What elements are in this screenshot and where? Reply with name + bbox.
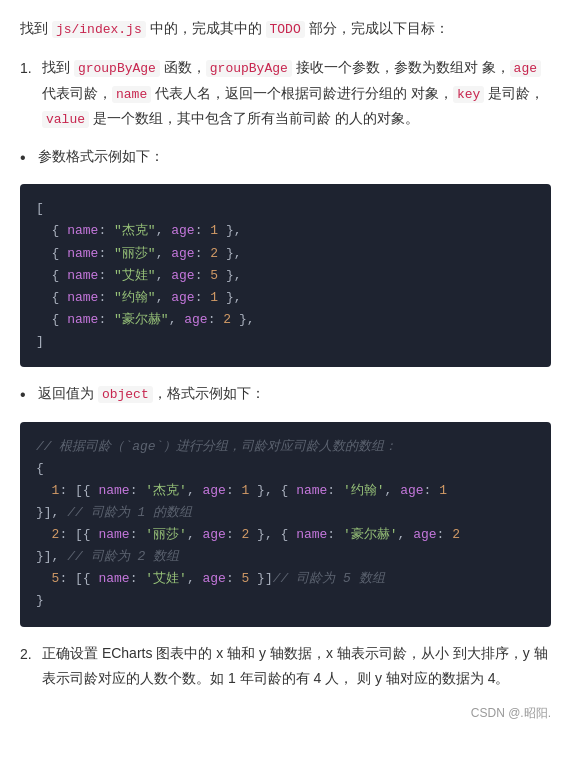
- bullet-dot-2: •: [20, 381, 38, 410]
- file-path: js/index.js: [52, 21, 146, 38]
- key-param: key: [453, 86, 484, 103]
- task-number-1: 1.: [20, 55, 42, 81]
- task-content-1: 找到 groupByAge 函数，groupByAge 接收一个参数，参数为数组…: [42, 55, 551, 131]
- return-type: object: [98, 386, 153, 403]
- name-param: name: [112, 86, 151, 103]
- footer-text: CSDN @.昭阳.: [471, 706, 551, 720]
- value-param: value: [42, 111, 89, 128]
- task-content-2: 正确设置 ECharts 图表中的 x 轴和 y 轴数据，x 轴表示司龄，从小 …: [42, 641, 551, 691]
- age-param: age: [510, 60, 541, 77]
- intro-line: 找到 js/index.js 中的，完成其中的 TODO 部分，完成以下目标：: [20, 16, 551, 41]
- bullet-dot-1: •: [20, 144, 38, 173]
- bullet-content-1: 参数格式示例如下：: [38, 144, 551, 169]
- todo-code: TODO: [266, 21, 305, 38]
- task-item-2: 2. 正确设置 ECharts 图表中的 x 轴和 y 轴数据，x 轴表示司龄，…: [20, 641, 551, 691]
- func-name-2: groupByAge: [206, 60, 292, 77]
- footer: CSDN @.昭阳.: [20, 705, 551, 722]
- task-number-2: 2.: [20, 641, 42, 667]
- task-item-1: 1. 找到 groupByAge 函数，groupByAge 接收一个参数，参数…: [20, 55, 551, 131]
- code-block-2: // 根据司龄（`age`）进行分组，司龄对应司龄人数的数组： { 1: [{ …: [20, 422, 551, 627]
- task-list-2: 2. 正确设置 ECharts 图表中的 x 轴和 y 轴数据，x 轴表示司龄，…: [20, 641, 551, 691]
- bullet-content-2: 返回值为 object，格式示例如下：: [38, 381, 551, 406]
- code-block-1: [ { name: "杰克", age: 1 }, { name: "丽莎", …: [20, 184, 551, 367]
- task-list: 1. 找到 groupByAge 函数，groupByAge 接收一个参数，参数…: [20, 55, 551, 131]
- bullet-item-2: • 返回值为 object，格式示例如下：: [20, 381, 551, 410]
- page-container: 找到 js/index.js 中的，完成其中的 TODO 部分，完成以下目标： …: [20, 16, 551, 722]
- bullet-item-1: • 参数格式示例如下：: [20, 144, 551, 173]
- func-name-1: groupByAge: [74, 60, 160, 77]
